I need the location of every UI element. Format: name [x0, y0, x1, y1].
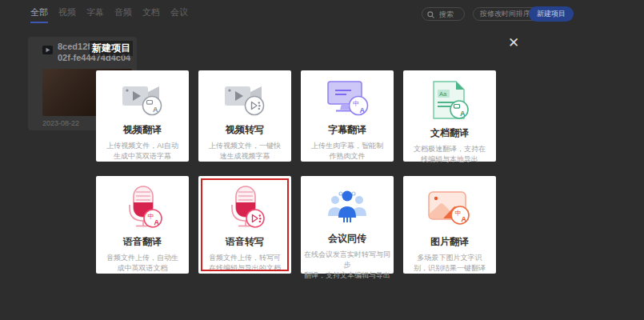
card-description: 音频文件上传，自动生成中英双语文档 — [106, 253, 178, 274]
document-translate-icon: Aa A — [429, 81, 470, 121]
svg-text:A: A — [154, 218, 160, 226]
image-translate-icon: 中 A — [427, 186, 472, 230]
category-tabs: 全部 视频 字幕 音频 文档 会议 — [30, 6, 188, 23]
card-title: 视频翻译 — [123, 123, 162, 137]
svg-text:Aa: Aa — [439, 90, 447, 98]
microphone-transcribe-icon — [222, 186, 267, 230]
card-title: 会议同传 — [328, 232, 366, 246]
card-title: 语音转写 — [226, 235, 264, 249]
card-description: 音频文件上传，转写可在线编辑与导出的文档 — [209, 253, 281, 274]
svg-text:A: A — [462, 215, 467, 223]
svg-text:A: A — [153, 106, 158, 114]
new-project-type-grid: A 视频翻译 上传视频文件，AI自动生成中英双语字幕 — [96, 70, 496, 274]
sort-label: 按修改时间排序 — [480, 9, 530, 19]
tab-audio[interactable]: 音频 — [114, 6, 132, 23]
tab-all[interactable]: 全部 — [30, 6, 48, 23]
card-video-translate[interactable]: A 视频翻译 上传视频文件，AI自动生成中英双语字幕 — [96, 70, 189, 162]
video-file-icon — [42, 43, 53, 63]
tab-subtitle[interactable]: 字幕 — [86, 6, 104, 23]
card-description: 文档极速翻译，支持在线编辑与本地导出 — [414, 144, 486, 165]
project-name-tooltip: 新建项目 — [90, 41, 133, 56]
card-video-transcribe[interactable]: 视频转写 上传视频文件，一键快速生成视频字幕 — [198, 70, 291, 162]
card-meeting-interpret[interactable]: 会议同传 在线会议发言实时转写与同步翻译，支持文本编辑与导出 — [301, 176, 394, 274]
card-description: 上传生肉字幕，智能制作熟肉文件 — [311, 141, 383, 162]
monitor-translate-icon: 中 A — [325, 81, 370, 118]
svg-text:A: A — [360, 106, 366, 114]
svg-text:中: 中 — [148, 213, 154, 220]
microphone-translate-icon: 中 A — [120, 186, 165, 230]
card-title: 视频转写 — [226, 123, 264, 137]
card-title: 图片翻译 — [430, 235, 469, 249]
search-box[interactable] — [422, 7, 465, 21]
svg-text:中: 中 — [455, 210, 462, 217]
tab-meeting[interactable]: 会议 — [170, 6, 188, 23]
meeting-people-icon — [325, 186, 370, 226]
card-audio-translate[interactable]: 中 A 语音翻译 音频文件上传，自动生成中英双语文档 — [96, 176, 189, 274]
card-image-translate[interactable]: 中 A 图片翻译 多场景下图片文字识别，识别结果一键翻译 — [403, 176, 496, 274]
card-audio-transcribe[interactable]: 语音转写 音频文件上传，转写可在线编辑与导出的文档 — [198, 176, 291, 274]
card-title: 字幕翻译 — [328, 123, 366, 137]
card-title: 语音翻译 — [123, 235, 162, 249]
search-input[interactable] — [438, 10, 465, 19]
tab-video[interactable]: 视频 — [58, 6, 76, 23]
card-description: 多场景下图片文字识别，识别结果一键翻译 — [414, 253, 486, 274]
card-description: 在线会议发言实时转写与同步翻译，支持文本编辑与导出 — [301, 250, 394, 281]
svg-text:中: 中 — [353, 100, 359, 107]
card-title: 文档翻译 — [430, 126, 469, 140]
svg-text:A: A — [460, 110, 466, 118]
project-date: 2023-08-22 — [42, 119, 79, 127]
app-window: 全部 视频 字幕 音频 文档 会议 按修改时间排序 新建项目 8ced12f3-… — [0, 0, 644, 320]
card-subtitle-translate[interactable]: 中 A 字幕翻译 上传生肉字幕，智能制作熟肉文件 — [301, 70, 394, 162]
card-description: 上传视频文件，一键快速生成视频字幕 — [209, 141, 281, 162]
tab-document[interactable]: 文档 — [142, 6, 160, 23]
video-camera-translate-icon: A — [121, 81, 164, 118]
close-icon[interactable]: ✕ — [503, 35, 524, 50]
search-icon — [427, 7, 434, 22]
video-camera-transcribe-icon — [223, 81, 266, 118]
card-document-translate[interactable]: Aa A 文档翻译 文档极速翻译，支持在线编辑与本地导出 — [403, 70, 496, 162]
new-project-button[interactable]: 新建项目 — [529, 6, 574, 22]
card-description: 上传视频文件，AI自动生成中英双语字幕 — [106, 141, 178, 162]
